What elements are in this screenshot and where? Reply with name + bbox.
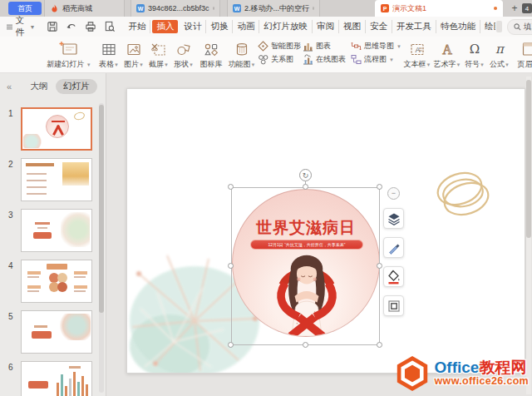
tab-writer-doc-1[interactable]: W 394c862...cb5bf3c [131,0,220,17]
selection-handle-ne[interactable] [377,184,382,190]
icon-library-button[interactable]: 图标库 [196,37,226,70]
rotation-handle[interactable]: ↻ [299,169,312,181]
menu-bar: 文件 ▼ 开始 插入 设计 [0,17,532,37]
picture-frame-button[interactable] [383,295,404,316]
selection-handle-s[interactable] [303,342,308,348]
slide-thumbnail-6[interactable]: 6 [0,361,106,396]
tab-design[interactable]: 设计 [180,20,206,33]
mindmap-group: 思维导图 ▼ 流程图 ▼ [351,37,402,65]
header-footer-button[interactable]: 页眉和 [512,37,532,70]
chevron-down-icon: ▼ [164,62,169,67]
selection-handle-n[interactable] [303,184,308,190]
slide-thumbnail-3[interactable]: 3 [0,209,106,252]
formula-button[interactable]: π 公式▼ [487,37,512,70]
presentation-doc-icon: P [381,4,389,12]
selection-handle-nw[interactable] [228,184,234,190]
watermark-url: www.office26.com [435,376,529,387]
selection-handle-sw[interactable] [228,342,234,348]
slide-thumbnail-2[interactable]: 2 [0,158,106,201]
ribbon-tab-overflow[interactable] [496,21,502,32]
tab-security[interactable]: 安全 [366,20,392,33]
tab-slideshow[interactable]: 幻灯片放映 [259,20,313,33]
flowchart-label: 流程图 [364,54,387,65]
panel-scrollbar-thumb[interactable] [99,105,104,313]
word-art-button[interactable]: A 艺术字▼ [432,37,462,70]
thumbnail-canvas[interactable] [21,260,92,303]
tab-insert[interactable]: 插入 [152,20,178,33]
selection-handle-w[interactable] [228,263,234,269]
online-chart-button[interactable]: 在线图表 [303,54,351,65]
mind-map-button[interactable]: 思维导图 ▼ [351,41,402,52]
tab-count-badge[interactable]: 4 [522,3,532,13]
print-preview-icon[interactable] [104,21,116,32]
panel-scrollbar[interactable] [99,103,104,393]
home-tab-button[interactable]: 首页 [8,2,42,15]
collapse-panel-button[interactable]: « [7,82,12,92]
thumbnail-canvas[interactable] [21,310,92,354]
thumbnail-canvas[interactable] [21,361,92,396]
outline-tab[interactable]: 大纲 [30,81,47,92]
tab-label: 2.移动办...中的空行 [244,3,309,14]
undo-icon[interactable] [66,21,77,32]
relation-diagram-button[interactable]: 关系图 [258,54,303,65]
tab-writer-doc-2[interactable]: W 2.移动办...中的空行 [227,0,320,17]
word-art-label: 艺术字 [434,60,456,68]
gold-rings-image[interactable] [428,167,500,227]
file-menu[interactable]: 文件 ▼ [7,15,35,38]
symbol-button[interactable]: Ω 符号▼ [462,37,487,70]
thumbnail-canvas[interactable] [21,158,92,201]
tab-draw[interactable]: 绘图 [480,20,495,33]
table-label: 表格 [99,60,114,68]
edit-picture-button[interactable] [383,237,404,258]
main-scrollbar-thumb[interactable] [526,80,531,238]
slide-canvas[interactable]: 世界艾滋病日 12月1日 “共抗艾滋，共担责任，共享未来” [126,88,525,374]
flowchart-button[interactable]: 流程图 ▼ [351,54,402,65]
tab-transition[interactable]: 切换 [206,20,233,33]
tab-docer-store[interactable]: 稻壳商城 [44,0,125,17]
tab-start[interactable]: 开始 [124,20,150,33]
selection-handle-se[interactable] [377,342,382,348]
save-icon[interactable] [47,21,58,32]
new-slide-button[interactable]: 新建幻灯片 ▼ [42,37,96,70]
new-tab-button[interactable]: + [509,2,520,14]
omega-symbol-icon: Ω [470,40,480,58]
slide-thumbnail-5[interactable]: 5 [0,310,106,354]
smart-graphics-group: 智能图形 关系图 [258,37,303,65]
text-box-button[interactable]: A 文本框▼ [402,37,432,70]
tab-devtools[interactable]: 开发工具 [392,20,436,33]
tab-view[interactable]: 视图 [339,20,366,33]
slides-tab-selected[interactable]: 幻灯片 [56,79,97,94]
search-box[interactable]: 填充 [507,19,532,35]
header-footer-label: 页眉和 [518,59,532,70]
office-logo-icon [393,354,431,393]
mini-rings [73,111,86,121]
arrange-layers-button[interactable] [383,208,404,229]
screenshot-button[interactable]: 截屏▼ [146,37,171,70]
new-slide-icon [59,40,79,58]
shapes-button[interactable]: 形状▼ [171,37,196,70]
tab-review[interactable]: 审阅 [313,20,339,33]
wps-presentation-window: 首页 稻壳商城 W 394c862...cb5bf3c W 2.移动办...中的… [0,0,532,396]
slide-thumbnail-4[interactable]: 4 [0,260,106,303]
smart-graphics-button[interactable]: 智能图形 [258,41,303,52]
main-scrollbar[interactable] [526,77,531,394]
tab-animation[interactable]: 动画 [233,20,259,33]
tab-presentation-active[interactable]: P 演示文稿1 [375,0,503,17]
chevron-down-icon: ▼ [86,62,91,67]
thumbnail-canvas[interactable] [21,209,92,252]
chart-button[interactable]: 图表 [303,41,351,52]
function-diagram-label: 功能图 [229,60,251,68]
icon-library-label: 图标库 [200,59,223,70]
selection-handle-e[interactable] [377,263,382,269]
print-icon[interactable] [85,21,96,32]
writer-doc-icon: W [233,4,241,12]
watermark-brand-cn: 教程网 [479,359,526,376]
picture-button[interactable]: 图片▼ [121,37,146,70]
fill-color-button[interactable] [383,266,404,287]
slide-thumbnail-1[interactable]: 1 [0,107,106,151]
function-diagram-button[interactable]: 功能图▼ [226,37,258,70]
collapse-tools-button[interactable]: − [387,187,400,200]
tab-special-features[interactable]: 特色功能 [436,20,480,33]
thumbnail-canvas[interactable] [21,107,92,151]
table-button[interactable]: 表格▼ [96,37,121,70]
